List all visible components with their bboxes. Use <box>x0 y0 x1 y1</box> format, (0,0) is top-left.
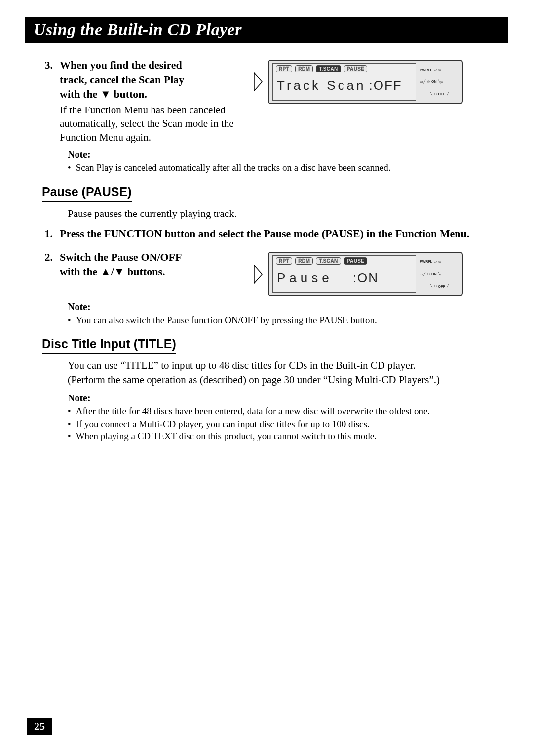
note-bullet: You can also switch the Pause function O… <box>76 314 377 326</box>
note-bullet: If you connect a Multi-CD player, you ca… <box>76 418 370 431</box>
indicator-rpt: RPT <box>276 65 292 72</box>
page-title: Using the Built-in CD Player <box>34 20 242 38</box>
step3-title-line3: with the ▼ button. <box>60 87 239 102</box>
note-bullet: When playing a CD TEXT disc on this prod… <box>76 430 377 443</box>
lcd-label: Track Scan <box>277 78 366 93</box>
lcd-display-pause: RPT RDM T.SCAN PAUSE Pause :ON PWRFL⬭ ▭ … <box>253 252 463 296</box>
note-label: Note: <box>68 301 501 313</box>
page-content: 3. When you find the desired track, canc… <box>27 58 506 443</box>
lcd-side-panel: PWRFL⬭ ▭ ▭╱ ⦵ON╲▭ ╲⦵OFF╱ <box>420 63 458 101</box>
lcd-value: :OFF <box>369 78 402 93</box>
pointer-icon <box>253 264 263 284</box>
title-desc-line2: (Perform the same operation as (describe… <box>68 374 440 386</box>
on-label: ON <box>431 80 437 83</box>
page-number: 25 <box>27 718 52 735</box>
off-label: OFF <box>438 285 445 288</box>
lcd-side-panel: PWRFL⬭ ▭ ▭╱ ⦵ON╲▭ ╲⦵OFF╱ <box>420 255 458 293</box>
note-bullet: Scan Play is canceled automatically afte… <box>76 161 391 174</box>
title-desc-line1: You can use “TITLE” to input up to 48 di… <box>68 360 416 371</box>
on-label: ON <box>431 272 437 276</box>
lcd-value: :ON <box>353 270 379 286</box>
pause-description: Pause pauses the currently playing track… <box>68 207 501 220</box>
step-number: 1. <box>42 226 53 241</box>
indicator-pause: PAUSE <box>344 65 368 72</box>
page-footer: 25 <box>27 718 52 735</box>
note-pause: Note: You can also switch the Pause func… <box>68 301 501 326</box>
pwrfl-label: PWRFL <box>420 260 432 263</box>
step3-title-line1: When you find the desired <box>60 58 239 72</box>
indicator-tscan: T.SCAN <box>316 257 341 265</box>
note-label: Note: <box>68 149 501 160</box>
indicator-tscan: T.SCAN <box>316 65 341 72</box>
step-number: 3. <box>42 58 53 144</box>
indicator-rpt: RPT <box>276 257 292 265</box>
off-label: OFF <box>438 92 445 96</box>
pause-step1-title: Press the FUNCTION button and select the… <box>60 226 501 241</box>
note-label: Note: <box>68 393 501 404</box>
lcd-label: Pause <box>277 270 333 286</box>
lcd-display-scan: RPT RDM T.SCAN PAUSE Track Scan :OFF PWR… <box>253 60 463 104</box>
indicator-rdm: RDM <box>295 65 313 72</box>
indicator-pause: PAUSE <box>344 257 368 265</box>
heading-pause: Pause (PAUSE) <box>42 185 132 202</box>
heading-title-input: Disc Title Input (TITLE) <box>42 337 176 354</box>
step3-description: If the Function Menu has been canceled a… <box>60 104 239 144</box>
pointer-icon <box>253 72 263 92</box>
page-header: Using the Built-in CD Player <box>25 17 508 43</box>
title-description: You can use “TITLE” to input up to 48 di… <box>68 359 501 387</box>
pwrfl-label: PWRFL <box>420 68 432 72</box>
pause-step2-line2: with the ▲/▼ buttons. <box>60 264 239 279</box>
pause-step2-line1: Switch the Pause ON/OFF <box>60 250 239 265</box>
note-scan: Note: Scan Play is canceled automaticall… <box>68 149 501 174</box>
step3-title-line2: track, cancel the Scan Play <box>60 72 239 87</box>
indicator-rdm: RDM <box>295 257 313 265</box>
note-title: Note: After the title for 48 discs have … <box>68 393 501 443</box>
note-bullet: After the title for 48 discs have been e… <box>76 405 430 418</box>
step-number: 2. <box>42 250 53 279</box>
